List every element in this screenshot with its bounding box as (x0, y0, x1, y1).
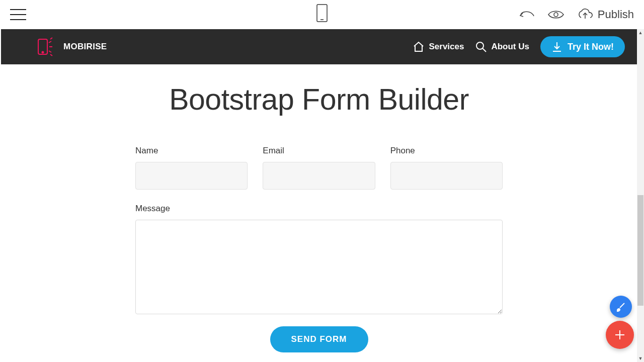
name-label: Name (135, 146, 248, 156)
brand-logo-icon (36, 37, 58, 57)
undo-button[interactable] (518, 10, 535, 20)
message-label: Message (135, 204, 503, 214)
brand-name: MOBIRISE (63, 42, 107, 52)
cloud-upload-icon (577, 9, 594, 21)
menu-button[interactable] (10, 9, 26, 20)
nav-item-label: About Us (491, 42, 529, 52)
contact-form: Name Email Phone Message SEND FORM (135, 146, 503, 352)
theme-fab[interactable] (610, 296, 632, 318)
phone-icon (316, 15, 328, 24)
phone-input[interactable] (390, 162, 503, 190)
scroll-up-icon[interactable]: ▲ (637, 29, 644, 36)
field-message: Message (135, 204, 503, 314)
svg-point-11 (476, 42, 484, 49)
brand[interactable]: MOBIRISE (36, 37, 107, 57)
nav-item-services[interactable]: Services (413, 41, 464, 52)
field-name: Name (135, 146, 248, 190)
cta-button[interactable]: Try It Now! (540, 36, 625, 57)
publish-label: Publish (598, 8, 634, 21)
page-title: Bootstrap Form Builder (1, 82, 637, 117)
site-navbar: MOBIRISE Services (1, 29, 637, 64)
undo-icon (518, 10, 535, 20)
add-block-fab[interactable] (606, 321, 634, 349)
plus-icon (613, 328, 626, 341)
canvas: MOBIRISE Services (1, 29, 637, 362)
message-textarea[interactable] (135, 220, 503, 314)
cta-label: Try It Now! (568, 42, 614, 52)
home-icon (413, 41, 425, 52)
eye-icon (547, 9, 565, 20)
svg-line-10 (50, 54, 52, 56)
submit-button[interactable]: SEND FORM (270, 326, 368, 352)
scrollbar[interactable]: ▲ ▼ (637, 29, 644, 362)
app-toolbar: Publish (0, 0, 644, 29)
scrollbar-thumb[interactable] (637, 195, 643, 306)
preview-button[interactable] (547, 9, 565, 20)
nav-item-label: Services (429, 42, 464, 52)
nav-item-about[interactable]: About Us (475, 41, 529, 53)
magnifier-icon (475, 41, 487, 53)
svg-line-12 (482, 48, 486, 52)
brush-icon (615, 301, 626, 312)
canvas-wrap: MOBIRISE Services (0, 29, 644, 362)
phone-label: Phone (390, 146, 503, 156)
svg-point-2 (554, 13, 558, 17)
svg-line-7 (49, 41, 51, 43)
svg-rect-0 (317, 5, 327, 22)
publish-button[interactable]: Publish (577, 8, 634, 21)
scroll-down-icon[interactable]: ▼ (637, 355, 644, 362)
field-email: Email (263, 146, 375, 190)
download-icon (551, 41, 562, 52)
device-preview-button[interactable] (316, 4, 328, 24)
svg-line-8 (49, 51, 51, 52)
svg-point-5 (42, 52, 44, 53)
field-phone: Phone (390, 146, 503, 190)
email-label: Email (263, 146, 375, 156)
name-input[interactable] (135, 162, 248, 190)
svg-line-9 (50, 38, 52, 39)
email-input[interactable] (263, 162, 375, 190)
